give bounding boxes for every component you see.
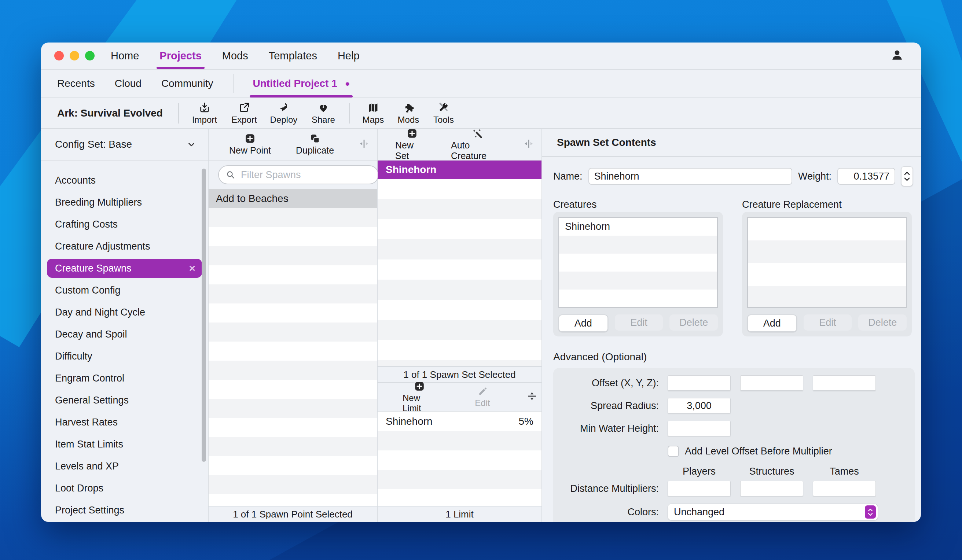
sidebar-item-day-night-cycle[interactable]: Day and Night Cycle [41,301,208,323]
sidebar-scrollbar[interactable] [202,169,206,462]
edit-label: Edit [819,317,836,328]
duplicate-icon [310,133,320,144]
tab-untitled-project[interactable]: Untitled Project 1 • [253,69,349,97]
spawn-point-row-selected[interactable]: Add to Beaches [208,189,377,208]
new-set-button[interactable]: New Set [392,128,432,161]
min-water-input[interactable] [668,421,731,436]
offset-x-input[interactable] [668,375,731,391]
new-point-button[interactable]: New Point [226,133,274,156]
nav-home[interactable]: Home [111,42,139,69]
filter-spawns-field[interactable] [218,165,379,184]
spawn-set-row-selected[interactable]: Shinehorn [378,161,541,179]
import-button[interactable]: Import [185,102,224,125]
export-button[interactable]: Export [224,102,264,125]
sidebar-item-engram-control[interactable]: Engram Control [41,367,208,389]
creatures-add-button[interactable]: Add [558,315,608,332]
offset-y-input[interactable] [740,375,803,391]
spawn-points-toolbar: New Point Duplicate [208,129,377,161]
tools-button[interactable]: Tools [426,102,461,125]
spawn-sets-empty-rows[interactable] [378,179,541,366]
weight-input[interactable] [837,168,895,185]
sidebar-item-general-settings[interactable]: General Settings [41,389,208,411]
tab-community[interactable]: Community [161,69,213,97]
dropdown-arrows-icon [865,505,876,519]
account-icon[interactable] [891,49,903,63]
sidebar-item-creature-adjustments[interactable]: Creature Adjustments [41,235,208,257]
spread-radius-input[interactable] [668,398,731,413]
tools-label: Tools [433,115,454,125]
weight-stepper[interactable] [901,166,913,186]
column-resize-handle-icon[interactable] [523,137,535,152]
spawn-sets-toolbar: New Set Auto Creature [378,129,541,161]
sidebar-item-decay-and-spoil[interactable]: Decay and Spoil [41,323,208,345]
tab-recents[interactable]: Recents [57,69,95,97]
limits-empty-rows[interactable] [378,431,541,506]
distance-structures-input[interactable] [740,481,803,496]
row-resize-handle-icon[interactable] [526,390,538,404]
new-limit-label: New Limit [402,393,436,413]
distance-tames-input[interactable] [813,481,876,496]
close-icon[interactable]: × [189,262,195,274]
tab-cloud[interactable]: Cloud [115,69,142,97]
new-limit-button[interactable]: New Limit [400,381,439,413]
creature-row[interactable]: Shinehorn [559,218,717,236]
weight-label: Weight: [798,171,831,182]
config-set-selector[interactable]: Config Set: Base [41,129,208,161]
deploy-label: Deploy [270,115,298,125]
colors-dropdown[interactable]: Unchanged [668,504,878,520]
creatures-list[interactable]: Shinehorn [558,217,718,308]
sidebar-item-accounts[interactable]: Accounts [41,169,208,191]
new-set-label: New Set [395,140,429,161]
minimize-window-button[interactable] [69,51,79,60]
nav-projects[interactable]: Projects [160,42,201,69]
edit-limit-button[interactable]: Edit [463,386,502,408]
spawn-set-label: Shinehorn [386,164,436,176]
sidebar-item-breeding-multipliers[interactable]: Breeding Multipliers [41,191,208,213]
title-bar: Home Projects Mods Templates Help [41,42,921,69]
deploy-button[interactable]: Deploy [264,102,303,125]
replacement-add-button[interactable]: Add [747,315,797,332]
maps-button[interactable]: Maps [356,102,391,125]
share-button[interactable]: Share [303,102,343,125]
column-resize-handle-icon[interactable] [358,137,370,152]
close-window-button[interactable] [54,51,64,60]
chevron-up-icon [904,171,910,176]
spawn-points-column: New Point Duplicate Add to Beaches 1 o [208,129,378,522]
zoom-window-button[interactable] [85,51,95,60]
sidebar-item-difficulty[interactable]: Difficulty [41,345,208,367]
replacement-list[interactable] [747,217,907,308]
sidebar-item-project-settings[interactable]: Project Settings [41,499,208,521]
nav-mods[interactable]: Mods [222,42,248,69]
sidebar-item-label: Breeding Multipliers [55,197,142,208]
sidebar-item-levels-and-xp[interactable]: Levels and XP [41,455,208,477]
sidebar-item-item-stat-limits[interactable]: Item Stat Limits [41,433,208,455]
maps-label: Maps [363,115,384,125]
tab-community-label: Community [161,78,213,89]
offset-z-input[interactable] [813,375,876,391]
distance-players-input[interactable] [668,481,731,496]
add-label: Add [575,318,592,329]
search-input[interactable] [240,169,371,181]
nav-templates[interactable]: Templates [269,42,317,69]
spawn-point-label: Add to Beaches [216,193,289,205]
mods-button[interactable]: Mods [391,102,426,125]
creatures-edit-button[interactable]: Edit [615,315,663,331]
level-offset-checkbox-label: Add Level Offset Before Multiplier [685,445,832,457]
spawn-points-empty-rows[interactable] [208,208,377,506]
sidebar-item-creature-spawns[interactable]: Creature Spawns × [47,259,202,278]
limit-row[interactable]: Shinehorn 5% [378,412,541,431]
sidebar-item-loot-drops[interactable]: Loot Drops [41,477,208,499]
nav-help[interactable]: Help [337,42,360,69]
auto-creature-button[interactable]: Auto Creature [448,128,506,161]
replacement-edit-button[interactable]: Edit [804,315,852,331]
name-input[interactable] [588,168,792,185]
active-tab-underline [250,95,352,97]
level-offset-checkbox[interactable] [668,445,679,457]
sidebar-item-custom-config[interactable]: Custom Config [41,279,208,301]
colors-row: Colors: Unchanged [553,504,915,520]
sidebar-item-crafting-costs[interactable]: Crafting Costs [41,213,208,235]
replacement-delete-button[interactable]: Delete [858,315,907,331]
creatures-delete-button[interactable]: Delete [670,315,718,331]
duplicate-button[interactable]: Duplicate [293,133,337,156]
sidebar-item-harvest-rates[interactable]: Harvest Rates [41,411,208,433]
